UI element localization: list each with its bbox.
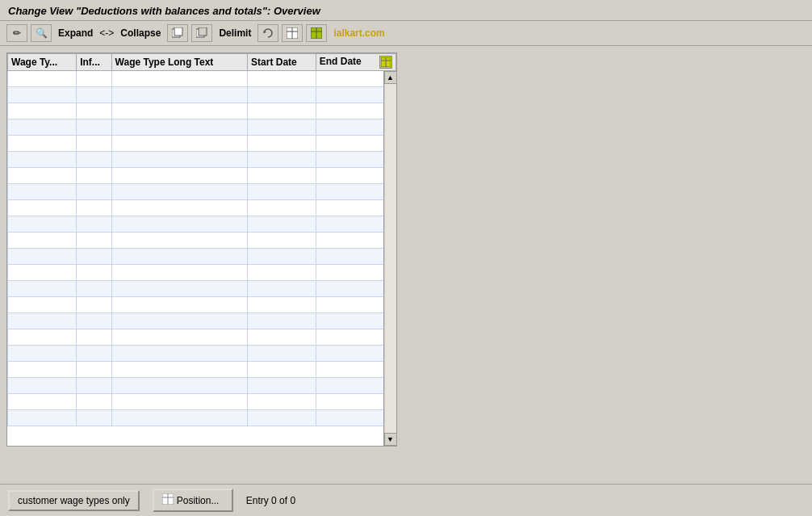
table-row (8, 362, 396, 378)
search-button[interactable]: 🔍 (31, 24, 52, 42)
expand-collapse-arrow: <-> (99, 27, 114, 39)
table-row (8, 168, 396, 184)
window-title: Change View "Deductions with balances an… (8, 5, 320, 17)
copy-button-1[interactable] (167, 24, 188, 42)
expand-button[interactable]: Expand (55, 26, 96, 40)
table-row (8, 87, 396, 103)
delimit-label: Delimit (219, 27, 251, 39)
table-wrapper: Wage Ty... Inf... Wage Type Long Text St… (7, 53, 396, 446)
position-label: Position... (177, 495, 220, 506)
entry-count-text: Entry 0 of 0 (246, 495, 295, 506)
data-table-container: Wage Ty... Inf... Wage Type Long Text St… (6, 52, 397, 447)
table-row (8, 233, 396, 249)
col-header-start-date: Start Date (248, 54, 316, 71)
copy-icon-2 (195, 27, 208, 40)
copy-icon-1 (171, 27, 184, 40)
table-row (8, 346, 396, 362)
table-row (8, 184, 396, 200)
table-icon-1 (286, 27, 299, 40)
table-row (8, 281, 396, 297)
position-button[interactable]: Position... (153, 489, 233, 512)
table-row (8, 378, 396, 394)
refresh-icon (262, 27, 274, 40)
table-row (8, 410, 396, 426)
table-small-icon (162, 493, 174, 507)
table-row (8, 394, 396, 410)
delimit-button[interactable]: Delimit (216, 26, 254, 40)
table-row (8, 120, 396, 136)
table-settings-icon[interactable] (379, 56, 392, 69)
search-icon: 🔍 (35, 27, 48, 40)
table-row (8, 329, 396, 346)
main-content: Wage Ty... Inf... Wage Type Long Text St… (0, 46, 812, 453)
collapse-label: Collapse (120, 27, 161, 39)
copy-button-2[interactable] (191, 24, 212, 42)
table-row (8, 297, 396, 313)
table-button-2[interactable] (306, 24, 327, 42)
table-icon-2 (310, 27, 323, 40)
table-row (8, 136, 396, 152)
data-table: Wage Ty... Inf... Wage Type Long Text St… (7, 53, 396, 426)
table-row (8, 152, 396, 168)
scroll-down-button[interactable]: ▼ (384, 433, 397, 446)
col-header-inf: Inf... (77, 54, 111, 71)
expand-label: Expand (58, 27, 93, 39)
col-header-wage-type-long: Wage Type Long Text (111, 54, 248, 71)
col-header-wage-type: Wage Ty... (8, 54, 77, 71)
svg-rect-3 (199, 27, 207, 36)
vertical-scrollbar[interactable]: ▲ ▼ (383, 71, 396, 446)
col-header-end-date: End Date (316, 54, 396, 71)
customer-wage-types-button[interactable]: customer wage types only (8, 490, 140, 511)
table-row (8, 103, 396, 120)
table-row (8, 71, 396, 87)
title-bar: Change View "Deductions with balances an… (0, 0, 812, 21)
watermark-text: ialkart.com (333, 27, 384, 39)
table-header-row: Wage Ty... Inf... Wage Type Long Text St… (8, 54, 396, 71)
pencil-icon: ✏ (10, 27, 23, 40)
table-row (8, 200, 396, 216)
table-row (8, 313, 396, 329)
toolbar: ✏ 🔍 Expand <-> Collapse Delimit (0, 21, 812, 46)
refresh-button[interactable] (257, 24, 278, 42)
collapse-button[interactable]: Collapse (117, 26, 164, 40)
svg-rect-1 (174, 27, 182, 36)
pencil-button[interactable]: ✏ (6, 24, 27, 42)
table-row (8, 265, 396, 281)
table-row (8, 216, 396, 233)
customer-wage-types-label: customer wage types only (18, 495, 130, 506)
table-row (8, 249, 396, 265)
table-button-1[interactable] (282, 24, 303, 42)
status-bar: customer wage types only Position... Ent… (0, 484, 812, 516)
scroll-track (385, 84, 396, 433)
scroll-up-button[interactable]: ▲ (384, 71, 397, 84)
